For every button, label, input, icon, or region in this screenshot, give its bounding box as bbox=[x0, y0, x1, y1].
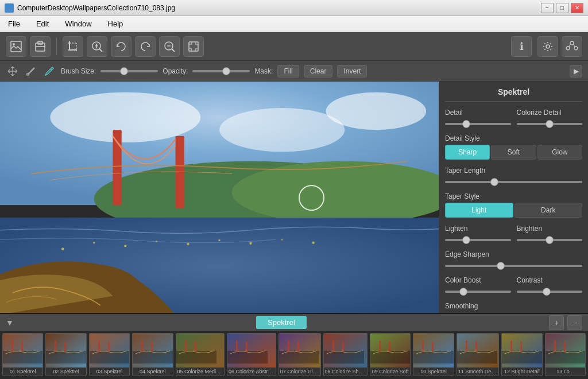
thumbnail-1[interactable]: 01 Spektrel bbox=[2, 333, 43, 376]
svg-point-18 bbox=[570, 41, 574, 45]
add-preset-button[interactable]: + bbox=[549, 315, 564, 330]
detail-col: Detail bbox=[445, 109, 511, 127]
svg-rect-93 bbox=[554, 341, 556, 352]
thumbnail-6[interactable]: 06 Colorize Abstract bbox=[227, 333, 276, 376]
maximize-button[interactable]: □ bbox=[556, 3, 568, 13]
soft-button[interactable]: Soft bbox=[491, 145, 536, 160]
thumb-label-13: 13 Lo... bbox=[546, 368, 585, 376]
right-panel: Spektrel Detail Colorize Detail Detail S… bbox=[439, 82, 588, 313]
color-boost-label: Color Boost bbox=[445, 276, 511, 284]
light-button[interactable]: Light bbox=[445, 203, 513, 218]
thumb-image-12 bbox=[502, 334, 541, 368]
rotate-cw-button[interactable] bbox=[135, 36, 156, 57]
thumb-image-2 bbox=[46, 334, 86, 368]
main-toolbar: ℹ bbox=[0, 32, 588, 61]
taper-style-group: Light Dark bbox=[445, 203, 582, 218]
svg-point-1 bbox=[13, 43, 15, 45]
clear-button[interactable]: Clear bbox=[304, 65, 333, 78]
svg-rect-82 bbox=[432, 342, 434, 352]
window-controls: − □ ✕ bbox=[541, 3, 583, 13]
svg-point-41 bbox=[281, 239, 283, 241]
taper-length-slider[interactable] bbox=[445, 181, 582, 183]
crop-button[interactable] bbox=[63, 36, 83, 57]
lighten-slider[interactable] bbox=[445, 239, 511, 241]
strip-chevron[interactable]: ▼ bbox=[6, 318, 14, 327]
thumbnail-11[interactable]: 11 Smooth Detail bbox=[457, 333, 499, 376]
paint-tool[interactable] bbox=[24, 64, 38, 78]
colorize-detail-slider[interactable] bbox=[517, 123, 583, 125]
remove-preset-button[interactable]: − bbox=[567, 315, 582, 330]
bottom-strip: ▼ Spektrel + − 01 Spektrel bbox=[0, 313, 588, 379]
thumbnail-4[interactable]: 04 Spektrel bbox=[132, 333, 173, 376]
dark-button[interactable]: Dark bbox=[514, 203, 583, 218]
color-boost-contrast-row: Color Boost Contrast bbox=[445, 276, 582, 295]
minimize-button[interactable]: − bbox=[541, 3, 554, 13]
lighten-col: Lighten bbox=[445, 225, 511, 243]
thumbnail-10[interactable]: 10 Spektrel bbox=[413, 333, 454, 376]
fill-button[interactable]: Fill bbox=[277, 65, 299, 78]
svg-rect-89 bbox=[510, 341, 512, 352]
invert-button[interactable]: Invert bbox=[337, 65, 367, 78]
thumb-label-11: 11 Smooth Detail bbox=[457, 368, 498, 376]
colorize-detail-col: Colorize Detail bbox=[517, 109, 583, 127]
svg-point-38 bbox=[187, 243, 189, 245]
close-button[interactable]: ✕ bbox=[571, 3, 583, 13]
image-button[interactable] bbox=[6, 36, 26, 57]
sharp-button[interactable]: Sharp bbox=[445, 145, 490, 160]
thumbnail-5[interactable]: 05 Colorize Medium bbox=[176, 333, 225, 376]
svg-rect-90 bbox=[520, 342, 522, 352]
fit-screen-button[interactable] bbox=[183, 36, 204, 57]
svg-rect-86 bbox=[475, 342, 477, 352]
contrast-slider[interactable] bbox=[517, 291, 583, 293]
thumbnail-9[interactable]: 09 Colorize Soft bbox=[370, 333, 411, 376]
color-boost-slider[interactable] bbox=[445, 291, 511, 293]
canvas-area[interactable] bbox=[0, 82, 439, 313]
menu-file[interactable]: File bbox=[5, 18, 24, 29]
thumb-image-9 bbox=[370, 334, 410, 368]
settings-button[interactable] bbox=[537, 36, 558, 57]
svg-rect-58 bbox=[151, 342, 153, 352]
info-button[interactable]: ℹ bbox=[511, 36, 532, 57]
lighten-brighten-section: Lighten Brighten bbox=[445, 225, 582, 243]
svg-point-28 bbox=[326, 92, 427, 130]
color-boost-col: Color Boost bbox=[445, 276, 511, 295]
thumbnail-2[interactable]: 02 Spektrel bbox=[45, 333, 86, 376]
thumb-image-13 bbox=[546, 334, 585, 368]
svg-rect-73 bbox=[332, 341, 334, 352]
expand-tools-button[interactable]: ▶ bbox=[570, 65, 582, 78]
thumbnail-3[interactable]: 03 Spektrel bbox=[89, 333, 130, 376]
thumb-image-11 bbox=[457, 334, 498, 368]
edge-sharpen-slider[interactable] bbox=[445, 265, 582, 267]
strip-header: ▼ Spektrel + − bbox=[0, 314, 588, 331]
glow-button[interactable]: Glow bbox=[537, 145, 582, 160]
rotate-ccw-button[interactable] bbox=[111, 36, 131, 57]
opacity-slider[interactable] bbox=[192, 70, 250, 72]
zoom-in-button[interactable] bbox=[87, 36, 107, 57]
svg-rect-66 bbox=[246, 342, 247, 352]
taper-style-label: Taper Style bbox=[445, 192, 582, 200]
thumb-label-5: 05 Colorize Medium bbox=[176, 368, 224, 376]
thumbnail-12[interactable]: 12 Bright Detail bbox=[501, 333, 542, 376]
zoom-out-button[interactable] bbox=[159, 36, 180, 57]
window-title: ComputerDesktopWallpapersCollection710_0… bbox=[17, 4, 541, 12]
share-button[interactable] bbox=[562, 36, 582, 57]
brush-toolbar: Brush Size: Opacity: Mask: Fill Clear In… bbox=[0, 61, 588, 82]
menu-help[interactable]: Help bbox=[105, 18, 127, 29]
brush-size-slider[interactable] bbox=[100, 70, 158, 72]
taper-length-label: Taper Length bbox=[445, 167, 582, 175]
move-tool[interactable] bbox=[6, 64, 20, 78]
detail-slider[interactable] bbox=[445, 123, 511, 125]
thumbnail-7[interactable]: 07 Colorize Glow bbox=[278, 333, 321, 376]
brush-size-slider-container bbox=[100, 70, 158, 72]
canvas-image bbox=[0, 82, 439, 313]
thumb-image-6 bbox=[227, 334, 276, 368]
thumbnail-8[interactable]: 08 Colorize Sharp bbox=[323, 333, 368, 376]
menu-window[interactable]: Window bbox=[61, 18, 95, 29]
brighten-slider[interactable] bbox=[517, 239, 583, 241]
thumbnail-13[interactable]: 13 Lo... bbox=[545, 333, 586, 376]
menu-edit[interactable]: Edit bbox=[33, 18, 52, 29]
scan-button[interactable] bbox=[30, 36, 51, 57]
brush-tool[interactable] bbox=[42, 64, 56, 78]
svg-rect-77 bbox=[379, 341, 381, 352]
smoothing-label: Smoothing bbox=[445, 302, 582, 310]
